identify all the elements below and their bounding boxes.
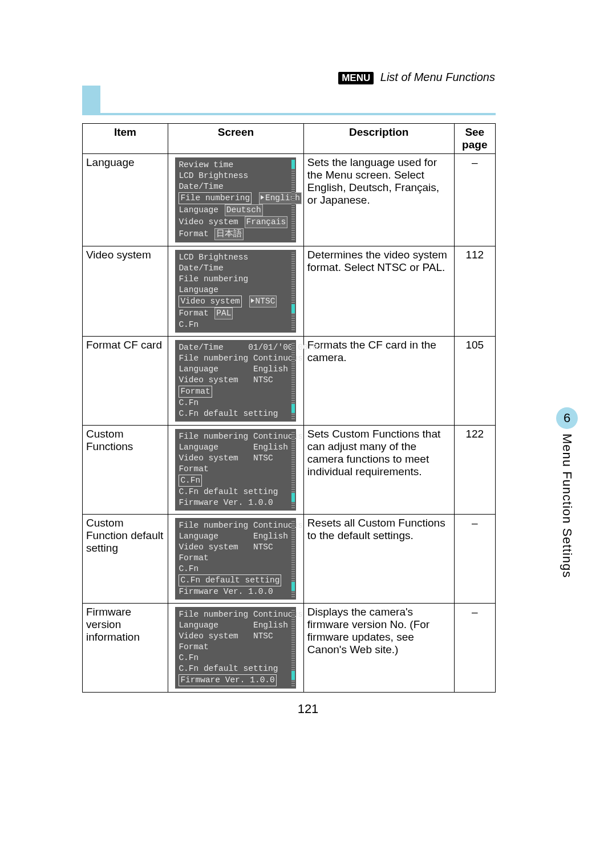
lcd-line: Date/Time 01/01/'00 00:01 bbox=[179, 342, 293, 353]
lcd-line: Language English bbox=[179, 442, 293, 453]
lcd-line: Video system NTSC bbox=[179, 375, 293, 386]
cell-seepage: – bbox=[454, 154, 495, 246]
lcd-screenshot: File numbering ContinuousLanguage Englis… bbox=[175, 518, 296, 600]
lcd-line: Format bbox=[179, 553, 293, 564]
lcd-line: Firmware Ver. 1.0.0 bbox=[179, 497, 293, 508]
cell-seepage: 105 bbox=[454, 337, 495, 426]
lcd-line: Language English bbox=[179, 531, 293, 542]
lcd-line: File numbering Continuous bbox=[179, 353, 293, 364]
lcd-line: File numbering bbox=[179, 274, 293, 285]
cell-item: Video system bbox=[83, 246, 168, 337]
table-header-row: Item Screen Description See page bbox=[83, 124, 496, 154]
cell-seepage: – bbox=[454, 604, 495, 693]
col-seepage: See page bbox=[454, 124, 495, 154]
cell-item: Format CF card bbox=[83, 337, 168, 426]
lcd-line: Firmware Ver. 1.0.0 bbox=[179, 586, 293, 597]
lcd-screenshot: Date/Time 01/01/'00 00:01File numbering … bbox=[175, 340, 296, 422]
lcd-line: Format bbox=[179, 464, 293, 475]
cell-item: Language bbox=[83, 154, 168, 246]
chapter-tab: 6 Menu Function Settings bbox=[552, 407, 582, 585]
lcd-submenu-item: English bbox=[259, 192, 302, 204]
lcd-line: File numbering English bbox=[179, 192, 293, 204]
scrollbar bbox=[291, 160, 295, 240]
lcd-screenshot: Review timeLCD BrightnessDate/TimeFile n… bbox=[175, 157, 296, 242]
table-row: Format CF cardDate/Time 01/01/'00 00:01F… bbox=[83, 337, 496, 426]
lcd-line: Language Deutsch bbox=[179, 204, 293, 216]
cell-description: Sets Custom Functions that can adjust ma… bbox=[303, 426, 454, 515]
page: MENU List of Menu Functions 6 Menu Funct… bbox=[0, 0, 616, 842]
lcd-line: File numbering Continuous bbox=[179, 431, 293, 442]
lcd-line: Video system NTSC bbox=[179, 453, 293, 464]
cursor-icon bbox=[251, 298, 254, 303]
col-screen: Screen bbox=[168, 124, 303, 154]
cell-item: Custom Functions bbox=[83, 426, 168, 515]
table-row: LanguageReview timeLCD BrightnessDate/Ti… bbox=[83, 154, 496, 246]
page-header: MENU List of Menu Functions bbox=[338, 71, 495, 84]
lcd-line: C.Fn bbox=[179, 564, 293, 574]
cell-item: Custom Function default setting bbox=[83, 515, 168, 604]
lcd-line: Video system NTSC bbox=[179, 542, 293, 553]
cursor-icon bbox=[261, 195, 264, 200]
cell-description: Determines the video system format. Sele… bbox=[303, 246, 454, 337]
lcd-line: Date/Time bbox=[179, 181, 293, 192]
lcd-line: C.Fn default setting bbox=[179, 408, 293, 419]
cell-seepage: – bbox=[454, 515, 495, 604]
lcd-line: Format 日本語 bbox=[179, 228, 293, 240]
lcd-line: Date/Time bbox=[179, 263, 293, 274]
lcd-submenu-item: 日本語 bbox=[214, 228, 244, 240]
menu-functions-table: Item Screen Description See page Languag… bbox=[82, 123, 496, 693]
chapter-title: Menu Function Settings bbox=[560, 434, 574, 578]
menu-badge: MENU bbox=[338, 72, 374, 84]
lcd-line: LCD Brightness bbox=[179, 252, 293, 263]
lcd-line: Review time bbox=[179, 160, 293, 171]
cell-description: Sets the language used for the Menu scre… bbox=[303, 154, 454, 246]
page-number: 121 bbox=[0, 702, 616, 716]
col-item: Item bbox=[83, 124, 168, 154]
scrollbar-thumb bbox=[291, 493, 295, 502]
lcd-submenu-item: NTSC bbox=[249, 295, 277, 307]
lcd-line: C.Fn bbox=[179, 319, 293, 330]
lcd-submenu-item: Français bbox=[245, 216, 288, 228]
scrollbar-thumb bbox=[291, 160, 295, 169]
cell-seepage: 112 bbox=[454, 246, 495, 337]
table-row: Custom FunctionsFile numbering Continuou… bbox=[83, 426, 496, 515]
lcd-line: Video system Français bbox=[179, 216, 293, 228]
scrollbar-thumb bbox=[291, 404, 295, 413]
cell-description: Displays the camera's firmware version N… bbox=[303, 604, 454, 693]
cell-screen: Review timeLCD BrightnessDate/TimeFile n… bbox=[168, 154, 303, 246]
lcd-line: Format bbox=[179, 642, 293, 653]
lcd-line: Video system NTSC bbox=[179, 631, 293, 642]
lcd-line: Format PAL bbox=[179, 307, 293, 319]
table-row: Video systemLCD BrightnessDate/TimeFile … bbox=[83, 246, 496, 337]
lcd-line: Format bbox=[179, 386, 293, 398]
lcd-line: File numbering Continuous bbox=[179, 609, 293, 620]
header-title: List of Menu Functions bbox=[380, 71, 495, 83]
scrollbar-thumb bbox=[291, 582, 295, 591]
lcd-line: Language English bbox=[179, 364, 293, 375]
lcd-screenshot: LCD BrightnessDate/TimeFile numberingLan… bbox=[175, 250, 296, 333]
lcd-line: C.Fn bbox=[179, 653, 293, 663]
cell-screen: LCD BrightnessDate/TimeFile numberingLan… bbox=[168, 246, 303, 337]
table-row: Firmware version informationFile numberi… bbox=[83, 604, 496, 693]
cell-item: Firmware version information bbox=[83, 604, 168, 693]
lcd-submenu-item: Deutsch bbox=[225, 204, 263, 216]
lcd-line: C.Fn bbox=[179, 475, 293, 487]
lcd-line: File numbering Continuous bbox=[179, 520, 293, 531]
cell-screen: File numbering ContinuousLanguage Englis… bbox=[168, 604, 303, 693]
cell-screen: Date/Time 01/01/'00 00:01File numbering … bbox=[168, 337, 303, 426]
cell-description: Formats the CF card in the camera. bbox=[303, 337, 454, 426]
lcd-line: C.Fn default setting bbox=[179, 663, 293, 674]
lcd-line: LCD Brightness bbox=[179, 171, 293, 181]
lcd-screenshot: File numbering ContinuousLanguage Englis… bbox=[175, 429, 296, 511]
lcd-line: Video system NTSC bbox=[179, 295, 293, 307]
cell-seepage: 122 bbox=[454, 426, 495, 515]
cell-screen: File numbering ContinuousLanguage Englis… bbox=[168, 515, 303, 604]
header-rule bbox=[82, 86, 496, 115]
lcd-screenshot: File numbering ContinuousLanguage Englis… bbox=[175, 607, 296, 689]
lcd-line: Firmware Ver. 1.0.0 bbox=[179, 674, 293, 686]
chapter-number: 6 bbox=[556, 407, 578, 429]
cell-description: Resets all Custom Functions to the defau… bbox=[303, 515, 454, 604]
col-description: Description bbox=[303, 124, 454, 154]
lcd-line: Language English bbox=[179, 620, 293, 631]
scrollbar bbox=[291, 252, 295, 330]
